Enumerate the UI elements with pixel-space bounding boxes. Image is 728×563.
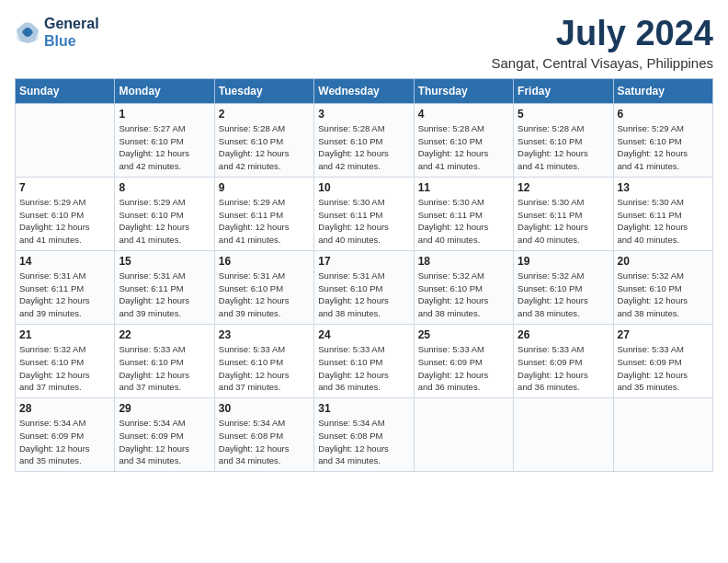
day-number: 17 <box>318 255 409 268</box>
calendar-cell: 28Sunrise: 5:34 AM Sunset: 6:09 PM Dayli… <box>16 398 115 472</box>
calendar-cell: 3Sunrise: 5:28 AM Sunset: 6:10 PM Daylig… <box>314 103 414 177</box>
calendar-cell: 22Sunrise: 5:33 AM Sunset: 6:10 PM Dayli… <box>115 324 214 397</box>
day-header-wednesday: Wednesday <box>314 78 414 103</box>
day-number: 6 <box>618 108 709 121</box>
calendar-cell: 16Sunrise: 5:31 AM Sunset: 6:10 PM Dayli… <box>214 250 313 324</box>
day-number: 7 <box>19 181 110 194</box>
cell-info: Sunrise: 5:32 AM Sunset: 6:10 PM Dayligh… <box>518 270 609 320</box>
calendar-cell: 13Sunrise: 5:30 AM Sunset: 6:11 PM Dayli… <box>613 177 712 250</box>
cell-info: Sunrise: 5:31 AM Sunset: 6:11 PM Dayligh… <box>119 270 210 320</box>
day-number: 18 <box>418 255 509 268</box>
cell-info: Sunrise: 5:30 AM Sunset: 6:11 PM Dayligh… <box>518 196 609 247</box>
calendar-week-5: 28Sunrise: 5:34 AM Sunset: 6:09 PM Dayli… <box>16 398 713 472</box>
cell-info: Sunrise: 5:33 AM Sunset: 6:09 PM Dayligh… <box>518 343 609 394</box>
calendar-cell: 14Sunrise: 5:31 AM Sunset: 6:11 PM Dayli… <box>16 250 115 324</box>
day-number: 31 <box>318 402 409 415</box>
cell-info: Sunrise: 5:31 AM Sunset: 6:10 PM Dayligh… <box>219 270 310 320</box>
calendar-cell <box>16 103 115 177</box>
day-number: 20 <box>618 255 709 268</box>
title-area: July 2024 Sangat, Central Visayas, Phili… <box>491 15 713 71</box>
location-title: Sangat, Central Visayas, Philippines <box>491 55 713 71</box>
day-number: 29 <box>119 402 210 415</box>
day-header-thursday: Thursday <box>414 78 513 103</box>
day-number: 28 <box>19 402 110 415</box>
calendar-cell: 30Sunrise: 5:34 AM Sunset: 6:08 PM Dayli… <box>214 398 313 472</box>
cell-info: Sunrise: 5:33 AM Sunset: 6:09 PM Dayligh… <box>418 343 509 394</box>
calendar-cell: 21Sunrise: 5:32 AM Sunset: 6:10 PM Dayli… <box>16 324 115 397</box>
calendar-cell: 27Sunrise: 5:33 AM Sunset: 6:09 PM Dayli… <box>613 324 712 397</box>
day-header-tuesday: Tuesday <box>214 78 313 103</box>
day-number: 3 <box>318 108 409 121</box>
calendar-cell: 11Sunrise: 5:30 AM Sunset: 6:11 PM Dayli… <box>414 177 513 250</box>
day-number: 22 <box>119 328 210 341</box>
calendar-week-4: 21Sunrise: 5:32 AM Sunset: 6:10 PM Dayli… <box>16 324 713 397</box>
cell-info: Sunrise: 5:34 AM Sunset: 6:09 PM Dayligh… <box>19 417 110 467</box>
day-number: 23 <box>219 328 310 341</box>
day-number: 16 <box>219 255 310 268</box>
cell-info: Sunrise: 5:33 AM Sunset: 6:10 PM Dayligh… <box>219 343 310 394</box>
day-number: 4 <box>418 108 509 121</box>
calendar-cell: 4Sunrise: 5:28 AM Sunset: 6:10 PM Daylig… <box>414 103 513 177</box>
calendar-cell: 7Sunrise: 5:29 AM Sunset: 6:10 PM Daylig… <box>16 177 115 250</box>
cell-info: Sunrise: 5:34 AM Sunset: 6:08 PM Dayligh… <box>318 417 409 467</box>
calendar-header-row: SundayMondayTuesdayWednesdayThursdayFrid… <box>16 78 713 103</box>
cell-info: Sunrise: 5:29 AM Sunset: 6:11 PM Dayligh… <box>219 196 310 247</box>
day-number: 8 <box>119 181 210 194</box>
cell-info: Sunrise: 5:28 AM Sunset: 6:10 PM Dayligh… <box>219 122 310 173</box>
day-number: 27 <box>618 328 709 341</box>
day-header-monday: Monday <box>115 78 214 103</box>
day-number: 15 <box>119 255 210 268</box>
day-header-sunday: Sunday <box>16 78 115 103</box>
cell-info: Sunrise: 5:33 AM Sunset: 6:10 PM Dayligh… <box>318 343 409 394</box>
cell-info: Sunrise: 5:29 AM Sunset: 6:10 PM Dayligh… <box>119 196 210 247</box>
cell-info: Sunrise: 5:33 AM Sunset: 6:10 PM Dayligh… <box>119 343 210 394</box>
calendar-cell: 2Sunrise: 5:28 AM Sunset: 6:10 PM Daylig… <box>214 103 313 177</box>
calendar-cell: 10Sunrise: 5:30 AM Sunset: 6:11 PM Dayli… <box>314 177 414 250</box>
cell-info: Sunrise: 5:29 AM Sunset: 6:10 PM Dayligh… <box>618 122 709 173</box>
calendar-week-3: 14Sunrise: 5:31 AM Sunset: 6:11 PM Dayli… <box>16 250 713 324</box>
calendar-cell: 18Sunrise: 5:32 AM Sunset: 6:10 PM Dayli… <box>414 250 513 324</box>
calendar-cell: 24Sunrise: 5:33 AM Sunset: 6:10 PM Dayli… <box>314 324 414 397</box>
logo-icon <box>15 19 40 45</box>
calendar-week-2: 7Sunrise: 5:29 AM Sunset: 6:10 PM Daylig… <box>16 177 713 250</box>
cell-info: Sunrise: 5:32 AM Sunset: 6:10 PM Dayligh… <box>19 343 110 394</box>
cell-info: Sunrise: 5:30 AM Sunset: 6:11 PM Dayligh… <box>618 196 709 247</box>
calendar-body: 1Sunrise: 5:27 AM Sunset: 6:10 PM Daylig… <box>16 103 713 471</box>
day-number: 1 <box>119 108 210 121</box>
cell-info: Sunrise: 5:30 AM Sunset: 6:11 PM Dayligh… <box>418 196 509 247</box>
day-number: 12 <box>518 181 609 194</box>
day-number: 25 <box>418 328 509 341</box>
calendar-cell: 9Sunrise: 5:29 AM Sunset: 6:11 PM Daylig… <box>214 177 313 250</box>
calendar-cell: 19Sunrise: 5:32 AM Sunset: 6:10 PM Dayli… <box>514 250 613 324</box>
calendar-cell: 23Sunrise: 5:33 AM Sunset: 6:10 PM Dayli… <box>214 324 313 397</box>
calendar-cell: 25Sunrise: 5:33 AM Sunset: 6:09 PM Dayli… <box>414 324 513 397</box>
day-number: 21 <box>19 328 110 341</box>
cell-info: Sunrise: 5:29 AM Sunset: 6:10 PM Dayligh… <box>19 196 110 247</box>
cell-info: Sunrise: 5:33 AM Sunset: 6:09 PM Dayligh… <box>618 343 709 394</box>
calendar-cell: 29Sunrise: 5:34 AM Sunset: 6:09 PM Dayli… <box>115 398 214 472</box>
calendar-week-1: 1Sunrise: 5:27 AM Sunset: 6:10 PM Daylig… <box>16 103 713 177</box>
calendar-cell: 6Sunrise: 5:29 AM Sunset: 6:10 PM Daylig… <box>613 103 712 177</box>
day-number: 5 <box>518 108 609 121</box>
calendar-cell: 5Sunrise: 5:28 AM Sunset: 6:10 PM Daylig… <box>514 103 613 177</box>
cell-info: Sunrise: 5:28 AM Sunset: 6:10 PM Dayligh… <box>318 122 409 173</box>
day-number: 24 <box>318 328 409 341</box>
day-number: 13 <box>618 181 709 194</box>
day-number: 14 <box>19 255 110 268</box>
day-number: 10 <box>318 181 409 194</box>
calendar-cell: 31Sunrise: 5:34 AM Sunset: 6:08 PM Dayli… <box>314 398 414 472</box>
day-number: 2 <box>219 108 310 121</box>
cell-info: Sunrise: 5:32 AM Sunset: 6:10 PM Dayligh… <box>618 270 709 320</box>
day-number: 11 <box>418 181 509 194</box>
cell-info: Sunrise: 5:32 AM Sunset: 6:10 PM Dayligh… <box>418 270 509 320</box>
day-header-saturday: Saturday <box>613 78 712 103</box>
cell-info: Sunrise: 5:28 AM Sunset: 6:10 PM Dayligh… <box>518 122 609 173</box>
calendar-cell <box>414 398 513 472</box>
calendar-cell: 15Sunrise: 5:31 AM Sunset: 6:11 PM Dayli… <box>115 250 214 324</box>
calendar-cell: 12Sunrise: 5:30 AM Sunset: 6:11 PM Dayli… <box>514 177 613 250</box>
cell-info: Sunrise: 5:31 AM Sunset: 6:10 PM Dayligh… <box>318 270 409 320</box>
cell-info: Sunrise: 5:34 AM Sunset: 6:08 PM Dayligh… <box>219 417 310 467</box>
cell-info: Sunrise: 5:28 AM Sunset: 6:10 PM Dayligh… <box>418 122 509 173</box>
logo: General Blue <box>15 15 99 50</box>
day-number: 30 <box>219 402 310 415</box>
